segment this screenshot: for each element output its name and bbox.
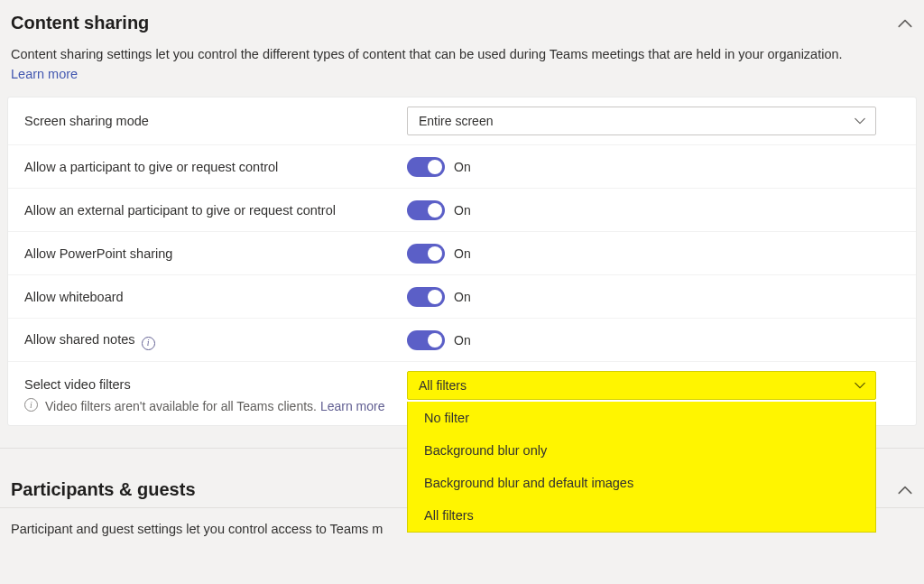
select-video-filters-dropdown-wrap: All filters No filter Background blur on… (407, 371, 876, 400)
allow-participant-control-toggle[interactable] (407, 157, 445, 177)
allow-shared-notes-state: On (454, 333, 471, 348)
participants-guests-title: Participants & guests (11, 479, 196, 500)
allow-participant-control-label: Allow a participant to give or request c… (24, 157, 407, 177)
select-video-filters-label: Select video filters (24, 375, 389, 394)
content-sharing-section: Content sharing Content sharing settings… (0, 0, 924, 449)
allow-participant-control-ctrl: On (407, 157, 900, 177)
chevron-up-icon (897, 482, 913, 498)
participants-guests-description-text: Participant and guest settings let you c… (11, 522, 383, 536)
select-video-filters-hint-wrap: i Video filters aren't available for all… (24, 396, 389, 416)
content-sharing-header[interactable]: Content sharing (0, 0, 924, 39)
allow-whiteboard-state: On (454, 290, 471, 304)
allow-shared-notes-ctrl: On (407, 330, 900, 350)
select-video-filters-select[interactable]: All filters (407, 371, 876, 400)
screen-sharing-mode-select[interactable]: Entire screen (407, 107, 876, 135)
allow-whiteboard-toggle[interactable] (407, 287, 445, 307)
content-sharing-learn-more-link[interactable]: Learn more (11, 67, 78, 81)
screen-sharing-mode-control: Entire screen (407, 107, 900, 135)
allow-shared-notes-row: Allow shared notes i On (8, 319, 916, 362)
content-sharing-panel: Screen sharing mode Entire screen Allow … (7, 97, 917, 426)
allow-external-control-label: Allow an external participant to give or… (24, 200, 407, 220)
screen-sharing-mode-label: Screen sharing mode (24, 111, 407, 131)
allow-participant-control-row: Allow a participant to give or request c… (8, 145, 916, 189)
allow-powerpoint-state: On (454, 246, 471, 261)
select-video-filters-options: No filter Background blur only Backgroun… (407, 402, 876, 533)
content-sharing-description-text: Content sharing settings let you control… (11, 47, 843, 61)
allow-shared-notes-label-wrap: Allow shared notes i (24, 329, 407, 350)
allow-whiteboard-label: Allow whiteboard (24, 287, 407, 307)
content-sharing-title: Content sharing (11, 13, 149, 33)
select-video-filters-label-wrap: Select video filters i Video filters are… (24, 371, 407, 416)
screen-sharing-mode-row: Screen sharing mode Entire screen (8, 97, 916, 145)
video-filter-option[interactable]: All filters (408, 499, 875, 532)
allow-powerpoint-toggle[interactable] (407, 244, 445, 264)
allow-shared-notes-toggle[interactable] (407, 330, 445, 350)
chevron-down-icon (854, 379, 866, 392)
video-filter-option[interactable]: Background blur only (408, 434, 875, 467)
allow-powerpoint-label: Allow PowerPoint sharing (24, 244, 407, 264)
allow-external-control-row: Allow an external participant to give or… (8, 189, 916, 232)
chevron-up-icon (897, 15, 913, 32)
allow-powerpoint-ctrl: On (407, 244, 900, 264)
allow-shared-notes-label: Allow shared notes (24, 332, 135, 347)
allow-powerpoint-row: Allow PowerPoint sharing On (8, 232, 916, 275)
allow-participant-control-state: On (454, 160, 471, 174)
allow-whiteboard-row: Allow whiteboard On (8, 275, 916, 319)
info-icon[interactable]: i (142, 337, 155, 350)
video-filter-option[interactable]: Background blur and default images (408, 467, 875, 499)
select-video-filters-selected: All filters (419, 378, 467, 393)
content-sharing-description: Content sharing settings let you control… (0, 39, 924, 97)
info-icon: i (24, 398, 38, 412)
allow-external-control-state: On (454, 203, 471, 218)
allow-external-control-ctrl: On (407, 200, 900, 220)
screen-sharing-mode-value: Entire screen (419, 114, 493, 128)
select-video-filters-ctrl: All filters No filter Background blur on… (407, 371, 900, 400)
select-video-filters-row: Select video filters i Video filters are… (8, 362, 916, 425)
select-video-filters-hint: Video filters aren't available for all T… (45, 399, 317, 413)
video-filter-option[interactable]: No filter (408, 402, 875, 434)
select-video-filters-learn-more-link[interactable]: Learn more (320, 399, 385, 413)
chevron-down-icon (854, 115, 866, 127)
allow-external-control-toggle[interactable] (407, 200, 445, 220)
allow-whiteboard-ctrl: On (407, 287, 900, 307)
